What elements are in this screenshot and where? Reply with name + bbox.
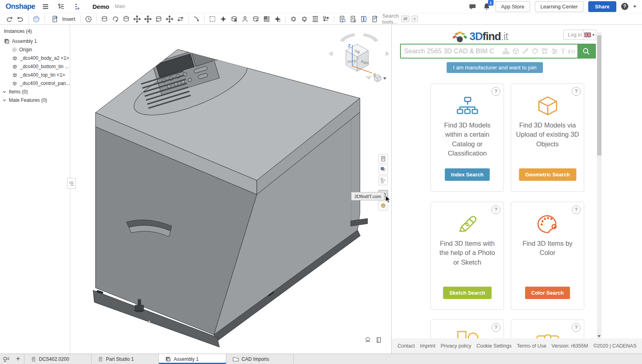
scroll-down-icon[interactable] [597, 335, 601, 338]
tab-cad-imports[interactable]: CAD Imports [226, 354, 294, 364]
history-icon[interactable] [85, 15, 92, 23]
sketch-search-icon[interactable] [522, 48, 529, 55]
manufacturer-join-button[interactable]: I am manufacturer and want to join [447, 62, 543, 73]
help-icon[interactable]: ? [572, 205, 581, 214]
undo-icon[interactable] [6, 15, 13, 23]
bom-icon[interactable] [349, 15, 357, 23]
learning-center-button[interactable]: Learning Center [535, 1, 583, 12]
footer-link-cookies[interactable]: Cookie Settings [476, 343, 512, 349]
help-icon[interactable]: ? [572, 323, 581, 332]
geometry-search-icon[interactable] [512, 48, 519, 55]
tree-item-assembly[interactable]: Assembly 1 [0, 37, 70, 45]
search-input[interactable] [401, 47, 502, 55]
drawing-icon[interactable] [338, 15, 346, 23]
index-search-button[interactable]: Index Search [445, 168, 490, 181]
onshape-logo[interactable]: Onshape [6, 2, 35, 11]
explode-view-icon[interactable] [274, 15, 281, 23]
help-icon[interactable]: ? [492, 205, 500, 214]
filters-icon[interactable] [551, 48, 558, 55]
spring-icon[interactable] [311, 15, 319, 23]
footer-link-contact[interactable]: Contact [398, 343, 415, 349]
help-caret-icon[interactable] [633, 6, 636, 8]
geometric-search-button[interactable]: Geometric Search [519, 168, 576, 181]
tree-collapse-toggle[interactable] [67, 178, 76, 189]
comments-icon[interactable] [469, 3, 476, 10]
planar-mate-icon[interactable] [133, 15, 141, 23]
version-tree-icon[interactable] [57, 3, 65, 10]
color-search-icon[interactable] [532, 48, 538, 55]
3d-viewport[interactable]: Top Front Right Z X Y 3DfindIT.com [70, 25, 391, 354]
pin-slot-mate-icon[interactable] [155, 15, 163, 23]
tree-section-mate-features[interactable]: Mate Features (0) [0, 96, 70, 104]
named-positions-icon[interactable] [241, 15, 249, 23]
replicate-icon[interactable] [322, 15, 330, 23]
fastened-mate-icon[interactable] [101, 15, 108, 23]
tree-item-part[interactable]: _dcs400_top_tin <1> [0, 71, 70, 79]
function-search-icon[interactable]: f(x) [568, 48, 575, 55]
follow-mode-icon[interactable] [73, 3, 81, 10]
tab-dcs402[interactable]: DCS402.0200 [24, 354, 91, 364]
view-cube[interactable]: Top Front Right Z X Y [327, 28, 391, 84]
3dfindit-logo[interactable]: 3Dfind.it [452, 30, 508, 42]
footer-link-imprint[interactable]: Imprint [420, 343, 435, 349]
cylindrical-mate-icon[interactable] [144, 15, 152, 23]
spotlight-icon[interactable] [33, 15, 40, 23]
app-store-button[interactable]: App Store [496, 1, 530, 12]
footer-link-terms[interactable]: Terms of Use [517, 343, 547, 349]
help-icon[interactable]: ? [492, 323, 500, 332]
footer-link-privacy[interactable]: Privacy policy [441, 343, 471, 349]
bom-table-button[interactable] [378, 154, 388, 164]
standard-content-button[interactable] [378, 165, 388, 174]
tree-item-part[interactable]: _dsc400_control_pan... [0, 79, 70, 87]
workspace-name[interactable]: Main [115, 4, 125, 9]
gear-relation-icon[interactable] [301, 15, 308, 23]
tree-item-part[interactable]: _dcs400_body_a2 <1> [0, 54, 70, 62]
language-selector[interactable] [583, 30, 596, 40]
display-states-icon[interactable] [263, 15, 270, 23]
units-icon[interactable] [376, 337, 382, 343]
redo-icon[interactable] [16, 15, 24, 23]
slider-mate-icon[interactable] [122, 15, 130, 23]
sketch-search-button[interactable]: Sketch Search [443, 287, 492, 299]
measure-icon[interactable] [360, 15, 368, 23]
scrollbar-thumb[interactable] [597, 35, 601, 156]
help-button[interactable]: ? [621, 3, 628, 10]
share-button[interactable]: Share [588, 1, 616, 12]
document-title[interactable]: Demo [93, 3, 110, 10]
feature-pattern-icon[interactable] [219, 15, 227, 23]
insert-button[interactable]: Insert [47, 14, 78, 24]
ball-mate-icon[interactable] [166, 15, 173, 23]
parallel-mate-icon[interactable] [177, 15, 184, 23]
appearance-icon[interactable] [364, 337, 371, 343]
perspective-toggle[interactable] [374, 75, 386, 82]
tab-part-studio[interactable]: Part Studio 1 [91, 354, 159, 364]
tree-item-part[interactable]: _dcs400_bottom_tin ... [0, 62, 70, 71]
help-icon[interactable]: ? [492, 87, 500, 96]
color-palette-icon [511, 212, 584, 236]
color-search-button[interactable]: Color Search [525, 287, 570, 299]
search-tools-field[interactable]: Search tools... [382, 13, 399, 25]
insert-3dfindit-icon[interactable] [371, 15, 378, 23]
classification-icon[interactable] [502, 48, 510, 55]
notifications-bell[interactable]: 1 [483, 2, 491, 10]
help-icon[interactable]: ? [572, 87, 581, 96]
search-submit-button[interactable] [577, 44, 595, 58]
panel-scrollbar[interactable] [597, 32, 601, 338]
text-search-icon[interactable]: T [561, 48, 565, 55]
mate-connector-icon[interactable] [290, 15, 297, 23]
add-tab-button[interactable]: + [12, 354, 24, 364]
revolute-mate-icon[interactable] [112, 15, 119, 23]
snap-mode-icon[interactable] [193, 15, 200, 23]
tab-manager-button[interactable] [0, 354, 12, 364]
2d-shapes-icon[interactable] [541, 48, 548, 55]
drag-part-icon[interactable] [252, 15, 260, 23]
configurations-button[interactable] [378, 176, 388, 185]
box-select-icon[interactable] [209, 15, 216, 23]
tab-assembly[interactable]: Assembly 1 [159, 354, 226, 364]
main-menu-icon[interactable] [42, 3, 49, 10]
mouse-cursor [385, 195, 391, 203]
select-part-icon[interactable] [230, 15, 238, 23]
tree-section-items[interactable]: Items (0) [0, 87, 70, 96]
3d-cube-icon [511, 94, 584, 117]
tree-item-origin[interactable]: Origin [0, 45, 70, 54]
